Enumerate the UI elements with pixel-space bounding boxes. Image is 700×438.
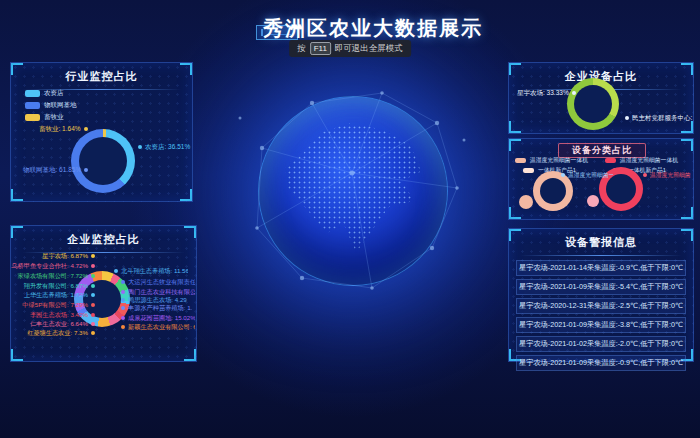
pie-label: 红菱塘生态农业: 7.3% (27, 329, 95, 337)
pie-label: 鸭思源生态农场: 4.29 (121, 296, 187, 304)
legend-item[interactable]: 农资店 (25, 89, 64, 98)
panel-alarm-info: 设备警报信息 星宇农场-2021-01-14采集温度:-0.9℃,低于下限:0℃… (508, 228, 694, 362)
industry-donut-chart[interactable] (71, 129, 135, 193)
legend-item[interactable]: 温湿度光照细菌一体机 (515, 156, 588, 165)
globe-continent-dots (272, 110, 434, 272)
pie-label: 中绿5P有限公司: 7.29% (22, 301, 95, 309)
toast-prefix: 按 (297, 43, 306, 55)
alarm-row: 星宇农场-2021-01-14采集温度:-0.9℃,低于下限:0℃ (516, 260, 686, 276)
pie-label-livestock: 畜牧业: 1.64% (39, 125, 88, 133)
panel-enterprise-title: 企业监控占比 (11, 226, 196, 247)
legend-label: 温湿度光照细菌一体机 (530, 156, 588, 165)
pie-label: 民主村党群服务中心: (625, 114, 692, 122)
legend-swatch (605, 158, 616, 163)
legend-swatch (523, 168, 534, 173)
legend-item[interactable]: 温湿度光照细菌一体机 (605, 156, 678, 165)
panel-device-class-ratio: 设备分类占比 温湿度光照细菌一体机 一体机新产品1 温湿度光照细菌一体机 一体机… (508, 138, 694, 220)
pie-label-agristore: 农资店: 36.51% (138, 143, 190, 151)
alarm-row: 星宇农场-2021-01-09采集温度:-3.8℃,低于下限:0℃ (516, 317, 686, 333)
pie-label: 李园生态农场: 3.42% (30, 311, 95, 319)
legend-swatch (25, 90, 40, 97)
pie-label: 成泉花园苗圃地: 15.02% (121, 314, 195, 322)
panel-alarm-title: 设备警报信息 (509, 229, 693, 250)
pie-label: 丰源水产种苗养殖场: 1. (121, 304, 192, 312)
panel-industry-title: 行业监控占比 (11, 63, 192, 84)
pie-label: 家绿农场有限公司: 7.72% (18, 272, 95, 280)
legend-swatch (25, 114, 40, 121)
legend-label: 农资店 (44, 89, 64, 98)
page-title: 秀洲区农业大数据展示 (0, 15, 700, 42)
legend-label: 畜牧业 (44, 113, 64, 122)
divider (520, 255, 682, 256)
pie-label-iot-base: 物联网基地: 61.85% (23, 166, 88, 174)
pie-label: 乌桥甲鱼专业合作社: 4.72% (11, 262, 95, 270)
pie-label: 温湿度光照细菌一... (561, 171, 613, 179)
alarm-row: 星宇农场-2021-01-02采集温度:-2.0℃,低于下限:0℃ (516, 336, 686, 352)
bubble-decoration (519, 195, 533, 209)
pie-label: 仁丰生态农业: 6.64% (30, 320, 95, 328)
legend-label: 温湿度光照细菌一体机 (620, 156, 678, 165)
pie-label: 星宇农场: 33.33% (517, 89, 576, 97)
legend-swatch (515, 158, 526, 163)
globe-visualization (258, 96, 448, 286)
panel-enterprise-ratio: 企业监控占比 星宇农场: 6.87% 乌桥甲鱼专业合作社: 4.72% 家绿农场… (10, 225, 197, 362)
pie-label: 新颖生态农业有限公司: 6.87% (121, 323, 195, 331)
pie-label: 陶门生态农业科技有限公 (121, 288, 195, 296)
legend-label: 物联网基地 (44, 101, 77, 110)
f11-keycap: F11 (310, 42, 331, 55)
legend-item[interactable]: 畜牧业 (25, 113, 64, 122)
toast-suffix: 即可退出全屏模式 (335, 43, 403, 55)
pie-label: 翔升发有限公司: 6.87% (24, 282, 95, 290)
fullscreen-exit-toast: 按 F11 即可退出全屏模式 (289, 40, 411, 57)
bubble-decoration (587, 195, 599, 207)
pie-label: 大运河生态牧业有限责任公 (121, 278, 195, 286)
legend-item[interactable]: 物联网基地 (25, 101, 77, 110)
pie-label: 北斗翔生态养殖场: 11.56% (114, 267, 188, 275)
legend-swatch (25, 102, 40, 109)
alarm-row: 星宇农场-2020-12-31采集温度:-2.5℃,低于下限:0℃ (516, 298, 686, 314)
panel-industry-ratio: 行业监控占比 农资店 物联网基地 畜牧业 畜牧业: 1.64% 农资店: 36.… (10, 62, 193, 202)
device-donut-chart[interactable] (567, 78, 619, 130)
alarm-row: 星宇农场-2021-01-09采集温度:-5.4℃,低于下限:0℃ (516, 279, 686, 295)
panel-device-ratio: 企业设备占比 星宇农场: 33.33% 民主村党群服务中心: (508, 62, 694, 134)
alarm-row: 星宇农场-2021-01-09采集温度:-0.9℃,低于下限:0℃ (516, 355, 686, 371)
pie-label: 温湿度光照细菌一... (643, 171, 691, 179)
pie-label: 上华生态养殖场: 1.72% (24, 291, 95, 299)
pie-label: 星宇农场: 6.87% (42, 252, 95, 260)
